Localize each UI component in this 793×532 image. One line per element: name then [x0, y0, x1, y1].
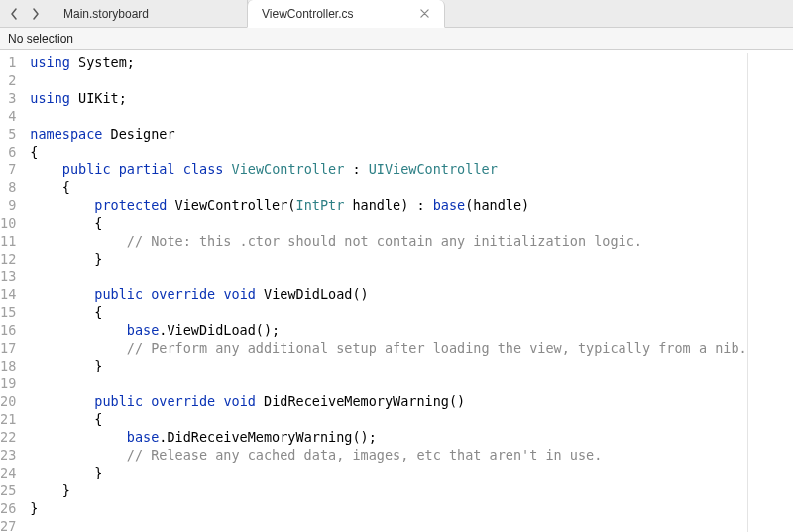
token-plain	[111, 161, 119, 177]
line-number: 16	[0, 321, 16, 339]
code-line[interactable]: }	[30, 464, 746, 481]
code-line[interactable]: base.DidReceiveMemoryWarning();	[30, 428, 746, 446]
line-number: 10	[0, 214, 16, 232]
code-line[interactable]	[30, 517, 746, 532]
token-kw: protected	[94, 197, 167, 213]
line-number: 18	[0, 357, 16, 374]
tab-bar: Main.storyboardViewController.cs	[0, 0, 793, 28]
line-number-gutter: 1234567891011121314151617181920212223242…	[0, 53, 24, 532]
token-type: IntPtr	[296, 197, 345, 213]
line-number: 23	[0, 446, 16, 464]
code-line[interactable]	[30, 374, 746, 392]
line-number: 20	[0, 392, 16, 410]
token-plain	[30, 393, 94, 409]
token-plain: Designer	[102, 126, 174, 142]
code-line[interactable]: }	[30, 250, 746, 267]
token-plain: }	[30, 251, 102, 266]
token-kw: class	[183, 161, 224, 177]
nav-forward-button[interactable]	[28, 6, 44, 22]
token-plain	[30, 429, 127, 445]
tab-label: ViewController.cs	[262, 7, 353, 21]
token-plain: }	[30, 500, 38, 516]
code-line[interactable]: // Perform any additional setup after lo…	[30, 339, 746, 357]
token-kw: override	[151, 286, 215, 302]
code-line[interactable]: }	[30, 499, 746, 517]
code-line[interactable]: {	[30, 178, 746, 196]
code-line[interactable]: using UIKit;	[30, 89, 746, 107]
token-plain: handle) :	[344, 197, 432, 213]
token-kw: void	[223, 393, 256, 409]
line-number: 19	[0, 374, 16, 392]
token-cmt: // Perform any additional setup after lo…	[127, 340, 747, 356]
token-plain: System;	[70, 54, 135, 70]
line-number: 1	[0, 53, 16, 71]
code-line[interactable]	[30, 71, 746, 89]
code-line[interactable]	[30, 267, 746, 285]
line-number: 15	[0, 303, 16, 321]
line-number: 21	[0, 410, 16, 428]
token-plain	[30, 161, 62, 177]
line-number: 27	[0, 517, 16, 532]
token-kw: namespace	[30, 126, 102, 142]
token-plain: {	[30, 144, 38, 160]
code-editor[interactable]: 1234567891011121314151617181920212223242…	[0, 50, 793, 532]
token-plain: .ViewDidLoad();	[159, 322, 280, 338]
nav-arrows	[0, 0, 50, 27]
code-line[interactable]: public override void ViewDidLoad()	[30, 285, 746, 303]
code-line[interactable]: // Release any cached data, images, etc …	[30, 446, 746, 464]
token-kw: public	[62, 161, 111, 177]
close-icon[interactable]	[418, 8, 430, 20]
token-type: ViewController	[232, 161, 345, 177]
token-plain	[143, 393, 151, 409]
token-kw: base	[433, 197, 466, 213]
token-kw: public	[94, 286, 143, 302]
token-plain	[30, 233, 127, 249]
code-line[interactable]: {	[30, 143, 746, 160]
selection-bar[interactable]: No selection	[0, 28, 793, 50]
token-plain: }	[30, 465, 102, 480]
token-plain: :	[344, 161, 368, 177]
tab-main-storyboard[interactable]: Main.storyboard	[50, 0, 248, 27]
code-line[interactable]	[30, 107, 746, 125]
code-line[interactable]: public override void DidReceiveMemoryWar…	[30, 392, 746, 410]
token-plain: {	[30, 215, 102, 231]
nav-back-button[interactable]	[6, 6, 22, 22]
line-number: 11	[0, 232, 16, 250]
token-plain	[175, 161, 183, 177]
token-plain	[30, 340, 127, 356]
code-line[interactable]: }	[30, 357, 746, 374]
token-cmt: // Release any cached data, images, etc …	[127, 447, 603, 463]
token-kw: public	[94, 393, 143, 409]
line-number: 14	[0, 285, 16, 303]
line-number: 9	[0, 196, 16, 214]
code-line[interactable]: protected ViewController(IntPtr handle) …	[30, 196, 746, 214]
code-line[interactable]: {	[30, 410, 746, 428]
token-kw: base	[127, 429, 160, 445]
tab-viewcontroller-cs[interactable]: ViewController.cs	[247, 0, 445, 28]
token-plain: {	[30, 304, 102, 320]
code-line[interactable]: public partial class ViewController : UI…	[30, 160, 746, 178]
code-line[interactable]: {	[30, 303, 746, 321]
token-type: UIViewController	[369, 161, 498, 177]
token-kw: override	[151, 393, 215, 409]
code-area[interactable]: using System; using UIKit; namespace Des…	[24, 53, 747, 532]
token-plain: {	[30, 411, 102, 427]
code-line[interactable]: using System;	[30, 53, 746, 71]
token-kw: base	[127, 322, 160, 338]
code-line[interactable]: namespace Designer	[30, 125, 746, 143]
token-plain	[30, 447, 127, 463]
code-line[interactable]: }	[30, 481, 746, 499]
tabs-container: Main.storyboardViewController.cs	[50, 0, 445, 27]
code-line[interactable]: base.ViewDidLoad();	[30, 321, 746, 339]
token-kw: using	[30, 54, 70, 70]
token-plain	[30, 286, 94, 302]
line-number: 22	[0, 428, 16, 446]
line-number: 3	[0, 89, 16, 107]
line-number: 26	[0, 499, 16, 517]
line-number: 5	[0, 125, 16, 143]
code-line[interactable]: // Note: this .ctor should not contain a…	[30, 232, 746, 250]
selection-text: No selection	[8, 32, 73, 46]
code-line[interactable]: {	[30, 214, 746, 232]
token-kw: using	[30, 90, 70, 106]
token-plain: ViewController(	[167, 197, 295, 213]
